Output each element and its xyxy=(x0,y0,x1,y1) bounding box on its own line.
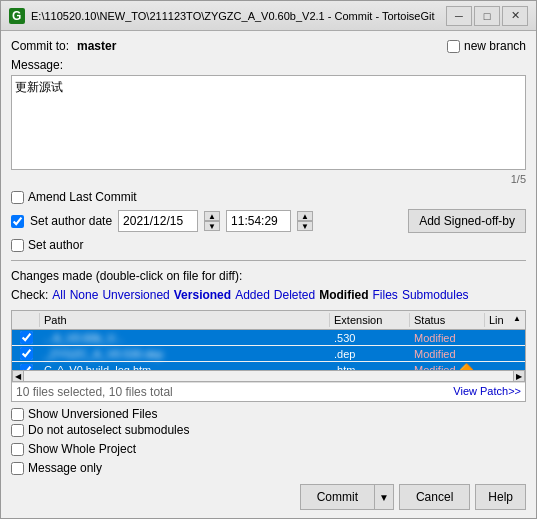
table-footer: 10 files selected, 10 files total View P… xyxy=(12,382,525,401)
row-ext-3: .htm xyxy=(330,363,410,370)
new-branch-row: new branch xyxy=(447,39,526,53)
row-path-1: ...A_V0.60b_V... xyxy=(40,331,330,345)
tab-deleted[interactable]: Deleted xyxy=(274,288,315,302)
minimize-button[interactable]: ─ xyxy=(446,6,472,26)
message-only-checkbox[interactable] xyxy=(11,462,24,475)
date-up-button[interactable]: ▲ xyxy=(204,211,220,221)
set-author-date-label: Set author date xyxy=(30,214,112,228)
bottom-buttons-row: Commit ▼ Cancel Help xyxy=(11,484,526,510)
row-lin-2 xyxy=(485,353,525,355)
main-window: G E:\110520.10\NEW_TO\211123TO\ZYGZC_A_V… xyxy=(0,0,537,519)
new-branch-checkbox[interactable] xyxy=(447,40,460,53)
app-icon: G xyxy=(9,8,25,24)
title-bar: G E:\110520.10\NEW_TO\211123TO\ZYGZC_A_V… xyxy=(1,1,536,31)
tab-all[interactable]: All xyxy=(52,288,65,302)
row-checkbox-2[interactable] xyxy=(12,346,40,361)
file-table: Path Extension Status Lin ▲ ...A_V0.60b_… xyxy=(11,310,526,402)
table-header: Path Extension Status Lin ▲ xyxy=(12,311,525,330)
set-author-row: Set author xyxy=(11,238,526,252)
title-buttons: ─ □ ✕ xyxy=(446,6,528,26)
tab-submodules[interactable]: Submodules xyxy=(402,288,469,302)
tab-none[interactable]: None xyxy=(70,288,99,302)
row-lin-1 xyxy=(485,337,525,339)
row-checkbox-1[interactable] xyxy=(12,330,40,345)
date-down-button[interactable]: ▼ xyxy=(204,221,220,231)
svg-text:G: G xyxy=(12,9,21,23)
restore-button[interactable]: □ xyxy=(474,6,500,26)
table-row[interactable]: ...A_V0.60b_V... .530 Modified xyxy=(12,330,525,346)
do-not-autoselect-checkbox[interactable] xyxy=(11,424,24,437)
view-patch-link[interactable]: View Patch>> xyxy=(453,385,521,399)
tab-files[interactable]: Files xyxy=(373,288,398,302)
table-row[interactable]: _ZYGZC_A_V0.530.dep .dep Modified xyxy=(12,346,525,362)
row-status-3: Modified 🔶 xyxy=(410,362,485,370)
set-author-label: Set author xyxy=(28,238,83,252)
add-signed-off-button[interactable]: Add Signed-off-by xyxy=(408,209,526,233)
author-date-row: Set author date ▲ ▼ ▲ ▼ Add Signed-off-b… xyxy=(11,209,526,233)
do-not-autoselect-row: Do not autoselect submodules xyxy=(11,423,526,437)
commit-to-row: Commit to: master new branch xyxy=(11,39,526,53)
time-up-button[interactable]: ▲ xyxy=(297,211,313,221)
date-input[interactable] xyxy=(118,210,198,232)
cancel-button[interactable]: Cancel xyxy=(399,484,470,510)
row-path-3: C_^_V0.build_log.htm xyxy=(40,363,330,370)
h-scrollbar[interactable] xyxy=(24,370,513,382)
message-input[interactable]: 更新源试 xyxy=(11,75,526,170)
commit-to-label: Commit to: xyxy=(11,39,69,53)
commit-button-group: Commit ▼ xyxy=(300,484,394,510)
message-label: Message: xyxy=(11,58,526,72)
divider xyxy=(11,260,526,261)
tab-modified: Modified xyxy=(319,288,368,302)
amend-row: Amend Last Commit xyxy=(11,190,526,204)
row-path-2: _ZYGZC_A_V0.530.dep xyxy=(40,347,330,361)
branch-name: master xyxy=(77,39,116,53)
commit-button[interactable]: Commit xyxy=(300,484,374,510)
amend-label: Amend Last Commit xyxy=(28,190,137,204)
h-scroll-row: ◀ ▶ xyxy=(12,370,525,382)
row-status-1: Modified xyxy=(410,331,485,345)
time-input[interactable] xyxy=(226,210,291,232)
message-only-row: Message only xyxy=(11,461,526,475)
show-whole-project-label: Show Whole Project xyxy=(28,442,136,456)
scroll-left-button[interactable]: ◀ xyxy=(12,370,24,382)
file-rows: ...A_V0.60b_V... .530 Modified _ZYGZC_A_… xyxy=(12,330,525,370)
col-lin: Lin ▲ xyxy=(485,313,525,327)
files-count: 10 files selected, 10 files total xyxy=(16,385,173,399)
tab-added[interactable]: Added xyxy=(235,288,270,302)
table-row[interactable]: C_^_V0.build_log.htm .htm Modified 🔶 xyxy=(12,362,525,370)
tab-versioned[interactable]: Versioned xyxy=(174,288,231,302)
show-unversioned-label: Show Unversioned Files xyxy=(28,407,157,421)
check-tabs-row: Check: All None Unversioned Versioned Ad… xyxy=(11,288,526,302)
col-path: Path xyxy=(40,313,330,327)
amend-checkbox[interactable] xyxy=(11,191,24,204)
message-section: Message: 更新源试 1/5 xyxy=(11,58,526,185)
scroll-right-button[interactable]: ▶ xyxy=(513,370,525,382)
set-author-checkbox[interactable] xyxy=(11,239,24,252)
tab-unversioned[interactable]: Unversioned xyxy=(102,288,169,302)
show-whole-project-checkbox[interactable] xyxy=(11,443,24,456)
show-unversioned-row: Show Unversioned Files xyxy=(11,407,526,421)
time-down-button[interactable]: ▼ xyxy=(297,221,313,231)
row-ext-1: .530 xyxy=(330,331,410,345)
help-button[interactable]: Help xyxy=(475,484,526,510)
row-ext-2: .dep xyxy=(330,347,410,361)
col-status: Status xyxy=(410,313,485,327)
new-branch-label: new branch xyxy=(464,39,526,53)
row-checkbox-3[interactable] xyxy=(12,363,40,371)
bottom-checks: Show Unversioned Files Do not autoselect… xyxy=(11,407,526,437)
changes-label: Changes made (double-click on file for d… xyxy=(11,269,526,283)
commit-dropdown-button[interactable]: ▼ xyxy=(374,484,394,510)
check-label: Check: xyxy=(11,288,48,302)
show-whole-project-row: Show Whole Project xyxy=(11,442,526,456)
message-counter: 1/5 xyxy=(11,173,526,185)
window-title: E:\110520.10\NEW_TO\211123TO\ZYGZC_A_V0.… xyxy=(31,10,446,22)
col-check xyxy=(12,313,40,327)
show-unversioned-checkbox[interactable] xyxy=(11,408,24,421)
message-only-label: Message only xyxy=(28,461,102,475)
close-button[interactable]: ✕ xyxy=(502,6,528,26)
content-area: Commit to: master new branch Message: 更新… xyxy=(1,31,536,518)
do-not-autoselect-label: Do not autoselect submodules xyxy=(28,423,189,437)
set-author-date-checkbox[interactable] xyxy=(11,215,24,228)
col-extension: Extension xyxy=(330,313,410,327)
row-status-2: Modified xyxy=(410,347,485,361)
